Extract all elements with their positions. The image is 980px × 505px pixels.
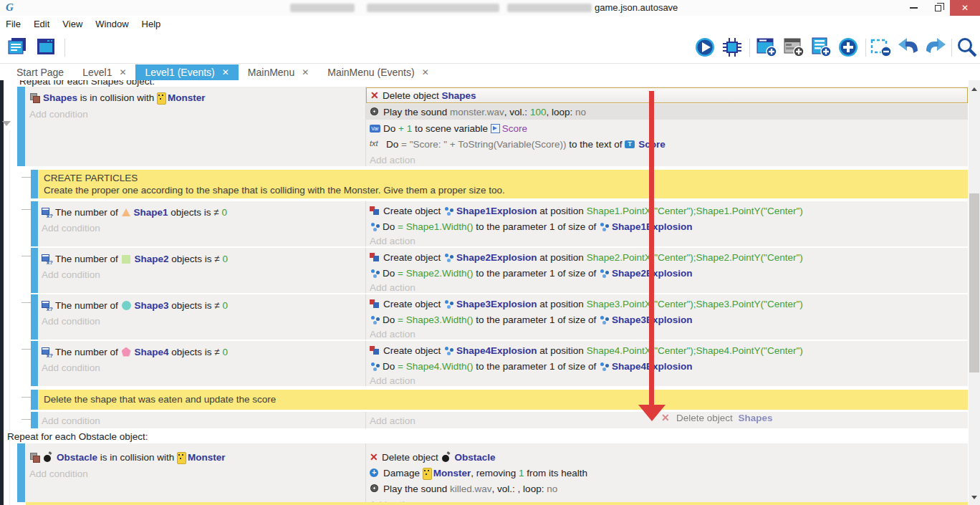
particle-icon: [443, 345, 454, 356]
menu-file[interactable]: File: [0, 19, 27, 29]
particle-icon: [443, 252, 454, 263]
action-set-size[interactable]: Do = Shape1.Width() to the parameter 1 o…: [366, 218, 968, 234]
action-set-size[interactable]: Do = Shape2.Width() to the parameter 1 o…: [366, 265, 968, 281]
toolbar-separator: [64, 39, 65, 57]
tab-level1-events[interactable]: Level1 (Events)✕: [135, 64, 238, 80]
add-external-layout-icon[interactable]: [810, 37, 832, 58]
bomb-icon: [441, 452, 453, 463]
action-damage-monster[interactable]: Damage Monster, removing 1 from its heal…: [366, 465, 968, 481]
action-delete-shapes[interactable]: Delete object Shapes: [366, 87, 968, 103]
add-scene-icon[interactable]: [755, 37, 778, 58]
action-set-size[interactable]: Do = Shape3.Width() to the parameter 1 o…: [366, 312, 968, 327]
monster-icon: [423, 468, 431, 478]
actions-column: Delete object Shapes Play the sound mons…: [365, 87, 968, 166]
menu-help[interactable]: Help: [135, 19, 168, 29]
tree-tick: [21, 397, 31, 398]
tree-guide-line: [9, 130, 10, 505]
tree-tick: [21, 177, 31, 178]
tab-level1[interactable]: Level1✕: [73, 64, 135, 80]
remove-element-icon[interactable]: [870, 37, 893, 58]
tab-close-icon[interactable]: ✕: [422, 67, 429, 77]
play-icon[interactable]: [693, 37, 716, 58]
comment-delete-shape[interactable]: Delete the shape that was eaten and upda…: [38, 390, 968, 410]
actions-column: Create object Shape4Explosion at positio…: [365, 341, 968, 386]
comment-create-particles[interactable]: CREATE PARTICLES Create the proper one a…: [38, 170, 968, 198]
debug-icon[interactable]: [721, 37, 744, 58]
action-set-text[interactable]: Do = "Score: " + ToString(Variable(Score…: [366, 136, 968, 152]
redo-icon[interactable]: [924, 37, 947, 58]
add-condition-link[interactable]: Add condition: [38, 360, 365, 375]
add-action-link[interactable]: Add action: [366, 233, 968, 249]
tab-bar: Start Page Level1✕ Level1 (Events)✕ Main…: [0, 64, 980, 80]
condition-line[interactable]: Obstacle is in collision with Monster: [26, 449, 365, 465]
scrollbar-thumb[interactable]: [969, 193, 979, 372]
tab-start-page[interactable]: Start Page: [7, 64, 73, 80]
conditions-column: Add condition: [38, 412, 365, 428]
window-title: game.json.autosave: [595, 2, 678, 13]
add-condition-link[interactable]: Add condition: [26, 466, 365, 481]
event-obstacle-collision: Obstacle is in collision with Monster Ad…: [26, 443, 968, 502]
condition-line[interactable]: The number of Shape3 objects is ≠ 0: [38, 297, 365, 313]
sound-icon: [370, 484, 381, 494]
tab-mainmenu[interactable]: MainMenu✕: [239, 64, 318, 80]
add-action-link[interactable]: Add action: [366, 372, 968, 388]
action-delete-obstacle[interactable]: Delete object Obstacle: [366, 449, 968, 465]
add-action-link[interactable]: Add action: [366, 279, 968, 295]
action-set-size[interactable]: Do = Shape4.Width() to the parameter 1 o…: [366, 358, 968, 374]
action-create-object[interactable]: Create object Shape3Explosion at positio…: [366, 296, 968, 312]
search-icon[interactable]: [956, 37, 979, 58]
action-play-sound[interactable]: Play the sound killed.wav, vol.: , loop:…: [366, 481, 968, 496]
add-external-events-icon[interactable]: [782, 37, 805, 58]
menu-window[interactable]: Window: [89, 19, 135, 29]
add-condition-link[interactable]: Add condition: [38, 313, 365, 329]
action-play-sound[interactable]: Play the sound monster.wav, vol.: 100, l…: [366, 104, 968, 120]
event-indent-bar: [31, 170, 38, 198]
add-action-link[interactable]: Add action: [366, 326, 968, 342]
condition-line[interactable]: The number of Shape4 objects is ≠ 0: [38, 344, 365, 360]
var-icon: [370, 123, 381, 134]
condition-line[interactable]: The number of Shape2 objects is ≠ 0: [38, 251, 365, 266]
scenevar-icon: [491, 123, 500, 134]
condition-line[interactable]: The number of Shape1 objects is ≠ 0: [38, 204, 365, 220]
damage-icon: [370, 468, 381, 478]
count-icon: [42, 207, 53, 218]
event-shape1: The number of Shape1 objects is ≠ 0 Add …: [38, 201, 968, 246]
add-condition-link[interactable]: Add condition: [38, 220, 365, 236]
add-condition-link[interactable]: Add condition: [26, 106, 365, 122]
undo-icon[interactable]: [897, 37, 920, 58]
actions-column: Create object Shape3Explosion at positio…: [365, 294, 968, 340]
scroll-down-icon[interactable]: [971, 496, 977, 499]
add-action-link[interactable]: Add action: [366, 152, 968, 168]
tab-close-icon[interactable]: ✕: [222, 67, 229, 77]
tab-close-icon[interactable]: ✕: [119, 67, 126, 77]
sound-icon: [370, 107, 381, 117]
condition-line[interactable]: Shapes is in collision with Monster: [26, 90, 365, 105]
toolbar-separator: [865, 39, 866, 57]
add-object-icon[interactable]: [837, 37, 860, 58]
menu-edit[interactable]: Edit: [27, 19, 56, 29]
actions-column: Create object Shape2Explosion at positio…: [365, 248, 968, 293]
txt-icon: [370, 139, 384, 150]
action-create-object[interactable]: Create object Shape4Explosion at positio…: [366, 342, 968, 358]
vertical-scrollbar[interactable]: [969, 80, 980, 505]
event-repeat-obstacle-header[interactable]: Repeat for each Obstacle object:: [7, 431, 148, 442]
tree-tick: [21, 256, 31, 256]
menu-view[interactable]: View: [56, 19, 89, 29]
shape1-icon: [121, 207, 132, 218]
tab-mainmenu-events[interactable]: MainMenu (Events)✕: [318, 64, 438, 80]
collapse-arrow-icon[interactable]: [2, 121, 11, 126]
project-manager-icon[interactable]: [6, 37, 29, 58]
add-condition-link[interactable]: Add condition: [38, 266, 365, 282]
start-page-editor-icon[interactable]: [34, 37, 57, 58]
collision-icon: [29, 452, 41, 463]
tab-close-icon[interactable]: ✕: [302, 67, 309, 77]
action-scene-variable[interactable]: Do + 1 to scene variable Score: [366, 120, 968, 136]
maximize-button[interactable]: [926, 0, 950, 16]
event-indent-bar: [31, 390, 38, 410]
close-button[interactable]: ✕: [950, 0, 980, 16]
scroll-up-icon[interactable]: [971, 87, 977, 91]
minimize-button[interactable]: [901, 0, 926, 16]
action-create-object[interactable]: Create object Shape2Explosion at positio…: [366, 249, 968, 265]
add-condition-link[interactable]: Add condition: [38, 413, 365, 428]
action-create-object[interactable]: Create object Shape1Explosion at positio…: [366, 203, 968, 218]
